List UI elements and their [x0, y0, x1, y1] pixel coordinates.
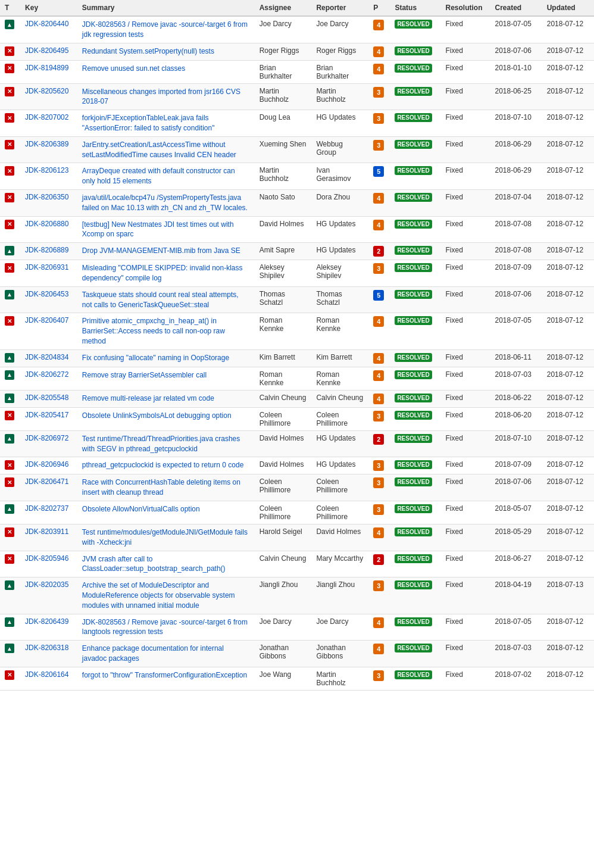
summary-cell[interactable]: Enhance package documentation for intern… [77, 641, 255, 667]
key-link[interactable]: JDK-8206318 [25, 644, 68, 652]
summary-cell[interactable]: [testbug] New Nestmates JDI test times o… [77, 216, 255, 243]
key-link[interactable]: JDK-8206407 [25, 316, 68, 324]
summary-cell[interactable]: java/util/Locale/bcp47u /SystemPropertyT… [77, 189, 255, 216]
key-link[interactable]: JDK-8206439 [25, 617, 68, 626]
key-cell[interactable]: JDK-8205548 [20, 390, 77, 407]
key-link[interactable]: JDK-8205946 [25, 554, 68, 563]
summary-link[interactable]: Remove unused sun.net classes [82, 64, 185, 73]
key-cell[interactable]: JDK-8202035 [20, 577, 77, 614]
key-cell[interactable]: JDK-8206272 [20, 367, 77, 390]
summary-link[interactable]: JDK-8028563 / Remove javac -source/-targ… [82, 20, 248, 39]
key-link[interactable]: JDK-8206272 [25, 370, 68, 379]
summary-link[interactable]: JVM crash after call to ClassLoader::set… [82, 555, 226, 573]
key-link[interactable]: JDK-8202737 [25, 504, 68, 513]
key-cell[interactable]: JDK-8206389 [20, 136, 77, 163]
summary-cell[interactable]: JDK-8028563 / Remove javac -source/-targ… [77, 614, 255, 641]
key-cell[interactable]: JDK-8206164 [20, 667, 77, 690]
summary-cell[interactable]: forkjoin/FJExceptionTableLeak.java fails… [77, 110, 255, 137]
summary-link[interactable]: pthread_getcpuclockid is expected to ret… [82, 461, 244, 469]
col-reporter[interactable]: Reporter [311, 0, 368, 16]
summary-cell[interactable]: Remove multi-release jar related vm code [77, 390, 255, 407]
summary-link[interactable]: forkjoin/FJExceptionTableLeak.java fails… [82, 114, 215, 132]
summary-cell[interactable]: JVM crash after call to ClassLoader::set… [77, 551, 255, 577]
summary-cell[interactable]: JDK-8028563 / Remove javac -source/-targ… [77, 16, 255, 43]
key-cell[interactable]: JDK-8194899 [20, 60, 77, 83]
summary-link[interactable]: Race with ConcurrentHashTable deleting i… [82, 478, 240, 497]
summary-cell[interactable]: Obsolete UnlinkSymbolsALot debugging opt… [77, 407, 255, 430]
key-cell[interactable]: JDK-8206471 [20, 474, 77, 501]
summary-cell[interactable]: Test runtime/Thread/ThreadPriorities.jav… [77, 430, 255, 457]
key-link[interactable]: JDK-8205417 [25, 411, 68, 419]
key-link[interactable]: JDK-8206889 [25, 246, 68, 254]
col-key[interactable]: Key [20, 0, 77, 16]
key-cell[interactable]: JDK-8206350 [20, 189, 77, 216]
summary-link[interactable]: Obsolete UnlinkSymbolsALot debugging opt… [82, 411, 232, 420]
summary-link[interactable]: Remove multi-release jar related vm code [82, 394, 214, 402]
summary-link[interactable]: Archive the set of ModuleDescriptor and … [82, 581, 235, 610]
summary-cell[interactable]: Primitive atomic_cmpxchg_in_heap_at() in… [77, 313, 255, 349]
key-cell[interactable]: JDK-8206880 [20, 216, 77, 243]
col-priority[interactable]: P [368, 0, 390, 16]
summary-link[interactable]: Enhance package documentation for intern… [82, 644, 224, 663]
key-cell[interactable]: JDK-8206972 [20, 430, 77, 457]
col-status[interactable]: Status [390, 0, 440, 16]
key-cell[interactable]: JDK-8205946 [20, 551, 77, 577]
summary-cell[interactable]: Archive the set of ModuleDescriptor and … [77, 577, 255, 614]
key-cell[interactable]: JDK-8205620 [20, 83, 77, 110]
summary-cell[interactable]: Misleading "COMPILE SKIPPED: invalid non… [77, 260, 255, 287]
summary-cell[interactable]: Fix confusing "allocate" naming in OopSt… [77, 349, 255, 367]
summary-link[interactable]: java/util/Locale/bcp47u /SystemPropertyT… [82, 193, 248, 212]
summary-link[interactable]: JDK-8028563 / Remove javac -source/-targ… [82, 618, 248, 636]
summary-link[interactable]: Misleading "COMPILE SKIPPED: invalid non… [82, 264, 243, 282]
col-resolution[interactable]: Resolution [440, 0, 490, 16]
summary-cell[interactable]: pthread_getcpuclockid is expected to ret… [77, 457, 255, 474]
summary-link[interactable]: Miscellaneous changes imported from jsr1… [82, 88, 240, 106]
summary-cell[interactable]: ArrayDeque created with default construc… [77, 163, 255, 190]
key-cell[interactable]: JDK-8206889 [20, 243, 77, 260]
summary-cell[interactable]: Obsolete AllowNonVirtualCalls option [77, 501, 255, 524]
summary-cell[interactable]: forgot to "throw" TransformerConfigurati… [77, 667, 255, 690]
key-link[interactable]: JDK-8206389 [25, 140, 68, 148]
summary-cell[interactable]: Redundant System.setProperty(null) tests [77, 43, 255, 60]
key-link[interactable]: JDK-8205620 [25, 87, 68, 95]
key-link[interactable]: JDK-8203911 [25, 527, 68, 536]
key-cell[interactable]: JDK-8202737 [20, 501, 77, 524]
key-link[interactable]: JDK-8206123 [25, 166, 68, 174]
key-link[interactable]: JDK-8205548 [25, 394, 68, 402]
key-link[interactable]: JDK-8206164 [25, 670, 68, 679]
col-assignee[interactable]: Assignee [255, 0, 312, 16]
summary-link[interactable]: Redundant System.setProperty(null) tests [82, 47, 214, 55]
key-cell[interactable]: JDK-8206495 [20, 43, 77, 60]
summary-link[interactable]: Drop JVM-MANAGEMENT-MIB.mib from Java SE [82, 246, 240, 255]
key-cell[interactable]: JDK-8206453 [20, 286, 77, 313]
summary-link[interactable]: Test runtime/Thread/ThreadPriorities.jav… [82, 435, 240, 453]
key-cell[interactable]: JDK-8204834 [20, 349, 77, 367]
summary-cell[interactable]: Taskqueue stats should count real steal … [77, 286, 255, 313]
key-link[interactable]: JDK-8206880 [25, 220, 68, 228]
summary-link[interactable]: forgot to "throw" TransformerConfigurati… [82, 671, 247, 679]
col-created[interactable]: Created [490, 0, 542, 16]
key-link[interactable]: JDK-8202035 [25, 580, 68, 589]
key-cell[interactable]: JDK-8206123 [20, 163, 77, 190]
key-link[interactable]: JDK-8206350 [25, 193, 68, 201]
key-link[interactable]: JDK-8194899 [25, 64, 68, 72]
summary-link[interactable]: Remove stray BarrierSetAssembler call [82, 371, 207, 379]
summary-link[interactable]: Test runtime/modules/getModuleJNI/GetMod… [82, 528, 248, 547]
key-cell[interactable]: JDK-8203911 [20, 524, 77, 551]
key-cell[interactable]: JDK-8206931 [20, 260, 77, 287]
key-cell[interactable]: JDK-8206440 [20, 16, 77, 43]
key-link[interactable]: JDK-8204834 [25, 353, 68, 361]
summary-link[interactable]: JarEntry.setCreation/LastAccessTime with… [82, 140, 236, 159]
key-link[interactable]: JDK-8207002 [25, 113, 68, 121]
col-summary[interactable]: Summary [77, 0, 255, 16]
key-link[interactable]: JDK-8206453 [25, 290, 68, 298]
summary-link[interactable]: Taskqueue stats should count real steal … [82, 291, 239, 309]
summary-cell[interactable]: Miscellaneous changes imported from jsr1… [77, 83, 255, 110]
key-cell[interactable]: JDK-8206439 [20, 614, 77, 641]
summary-cell[interactable]: Race with ConcurrentHashTable deleting i… [77, 474, 255, 501]
key-link[interactable]: JDK-8206972 [25, 434, 68, 442]
key-link[interactable]: JDK-8206471 [25, 477, 68, 486]
key-cell[interactable]: JDK-8206318 [20, 641, 77, 667]
key-cell[interactable]: JDK-8206946 [20, 457, 77, 474]
summary-cell[interactable]: Remove unused sun.net classes [77, 60, 255, 83]
